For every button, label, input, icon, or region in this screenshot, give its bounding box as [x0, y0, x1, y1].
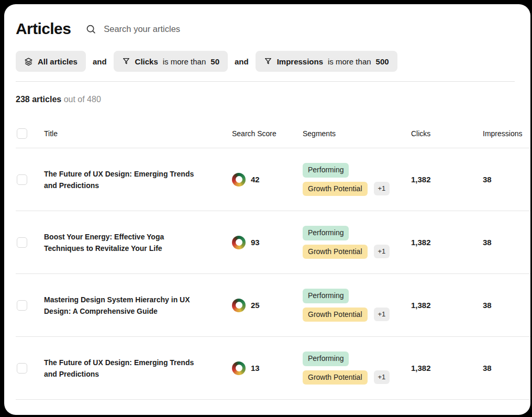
search-box[interactable]	[85, 24, 250, 35]
article-title[interactable]: The Future of UX Design: Emerging Trends…	[44, 357, 232, 380]
segment-badge-growth-potential[interactable]: Growth Potential	[303, 245, 368, 259]
impressions-value: 38	[483, 175, 530, 184]
filter-bar: All articles and Clicks is more than 50 …	[16, 51, 530, 72]
table-header-row: Title Search Score Segments Clicks Impre…	[16, 119, 530, 148]
row-checkbox[interactable]	[17, 174, 27, 185]
layers-icon	[24, 57, 33, 66]
filter-value: 500	[376, 57, 389, 66]
segment-more-badge[interactable]: +1	[374, 182, 390, 195]
impressions-value: 38	[483, 301, 530, 310]
articles-table: Title Search Score Segments Clicks Impre…	[16, 119, 530, 400]
filter-chip-label: All articles	[38, 57, 77, 66]
table-row[interactable]: The Future of UX Design: Emerging Trends…	[16, 337, 530, 400]
clicks-value: 1,382	[411, 364, 483, 372]
clicks-value: 1,382	[411, 175, 483, 184]
search-input[interactable]	[104, 24, 250, 34]
search-score-ring-icon	[232, 173, 246, 186]
segment-badge-growth-potential[interactable]: Growth Potential	[303, 370, 368, 385]
section-divider	[16, 81, 515, 82]
search-score-value: 42	[251, 175, 260, 184]
segment-more-badge[interactable]: +1	[374, 308, 390, 321]
impressions-value: 38	[483, 238, 530, 247]
column-header-search-score: Search Score	[232, 129, 303, 138]
segment-badge-performing[interactable]: Performing	[303, 352, 349, 366]
page-title: Articles	[16, 20, 71, 38]
filter-field: Clicks	[135, 57, 158, 66]
top-bar: Articles	[4, 4, 530, 38]
row-checkbox[interactable]	[17, 237, 27, 248]
filter-chip-impressions[interactable]: Impressions is more than 500	[256, 51, 397, 72]
column-header-impressions: Impressions	[483, 129, 530, 138]
segment-badge-growth-potential[interactable]: Growth Potential	[303, 308, 368, 322]
search-score-ring-icon	[232, 236, 246, 249]
results-total: out of 480	[64, 95, 101, 104]
results-count: 238 articles	[16, 95, 61, 104]
table-row[interactable]: The Future of UX Design: Emerging Trends…	[16, 148, 530, 211]
segment-badge-performing[interactable]: Performing	[303, 163, 349, 177]
filter-operator: is more than	[328, 57, 371, 66]
segment-badge-performing[interactable]: Performing	[303, 289, 349, 303]
filter-field: Impressions	[277, 57, 323, 66]
search-icon	[85, 24, 96, 35]
results-summary: 238 articles out of 480	[16, 95, 530, 104]
filter-connector: and	[235, 57, 249, 66]
article-title[interactable]: Boost Your Energy: Effective Yoga Techni…	[44, 231, 232, 254]
segment-badge-growth-potential[interactable]: Growth Potential	[303, 182, 368, 196]
column-header-segments: Segments	[303, 129, 411, 138]
articles-panel: Articles All articles and Clicks is more…	[4, 4, 530, 415]
row-checkbox[interactable]	[17, 300, 27, 311]
select-all-checkbox[interactable]	[17, 128, 27, 139]
filter-chip-clicks[interactable]: Clicks is more than 50	[114, 51, 228, 72]
segment-more-badge[interactable]: +1	[374, 245, 390, 258]
search-score-value: 25	[251, 301, 260, 310]
funnel-icon	[264, 57, 272, 65]
filter-connector: and	[93, 57, 107, 66]
impressions-value: 38	[483, 364, 530, 372]
row-checkbox[interactable]	[17, 363, 27, 374]
clicks-value: 1,382	[411, 301, 483, 310]
filter-chip-all-articles[interactable]: All articles	[16, 51, 86, 72]
filter-operator: is more than	[163, 57, 206, 66]
article-title[interactable]: Mastering Design System Hierarchy in UX …	[44, 294, 232, 317]
column-header-title: Title	[44, 129, 232, 138]
column-header-clicks: Clicks	[411, 129, 483, 138]
funnel-icon	[122, 57, 130, 65]
table-row[interactable]: Mastering Design System Hierarchy in UX …	[16, 274, 530, 337]
filter-value: 50	[210, 57, 219, 66]
search-score-ring-icon	[232, 299, 246, 312]
segment-more-badge[interactable]: +1	[374, 370, 390, 384]
article-title[interactable]: The Future of UX Design: Emerging Trends…	[44, 168, 232, 191]
search-score-value: 13	[251, 364, 260, 372]
clicks-value: 1,382	[411, 238, 483, 247]
segment-badge-performing[interactable]: Performing	[303, 226, 349, 240]
table-row[interactable]: Boost Your Energy: Effective Yoga Techni…	[16, 211, 530, 274]
search-score-ring-icon	[232, 361, 246, 375]
search-score-value: 93	[251, 238, 260, 247]
